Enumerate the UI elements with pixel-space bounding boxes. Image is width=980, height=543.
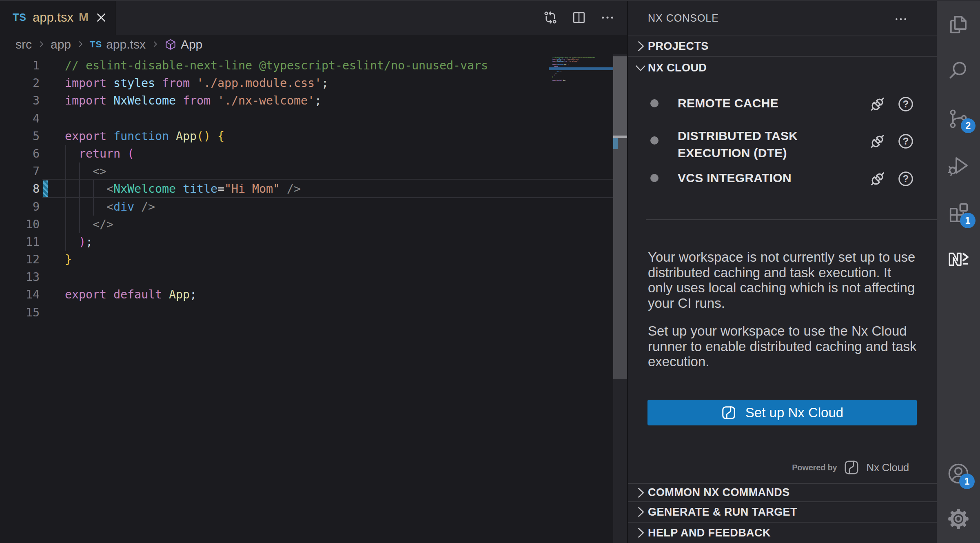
line-number: 6 bbox=[0, 145, 40, 162]
typescript-file-icon: TS bbox=[13, 11, 27, 23]
bullet-icon bbox=[650, 174, 659, 182]
chevron-right-icon bbox=[633, 485, 648, 500]
code-line: export function App() { bbox=[65, 127, 488, 145]
line-number: 10 bbox=[0, 216, 40, 233]
symbol-class-icon bbox=[164, 38, 177, 51]
overview-ruler-modified bbox=[613, 138, 618, 149]
chevron-down-icon bbox=[633, 60, 648, 75]
source-control-badge: 2 bbox=[961, 118, 976, 133]
line-number: 15 bbox=[0, 304, 40, 321]
help-icon[interactable]: ? bbox=[897, 96, 914, 114]
code-line: import NxWelcome from './nx-welcome'; bbox=[65, 92, 488, 109]
code-line: import styles from './app.module.css'; bbox=[65, 74, 488, 92]
line-number: 9 bbox=[0, 198, 40, 216]
section-generate-run-target[interactable]: GENERATE & RUN TARGET bbox=[628, 501, 938, 522]
line-number: 13 bbox=[0, 268, 40, 286]
nx-cloud-logo-icon bbox=[721, 405, 736, 421]
powered-by-nx-cloud: Powered by Nx Cloud bbox=[792, 458, 909, 477]
workspace-status-paragraph: Your workspace is not currently set up t… bbox=[648, 249, 918, 311]
chevron-right-icon bbox=[37, 38, 46, 51]
breadcrumb-app[interactable]: app bbox=[51, 38, 71, 51]
bullet-icon bbox=[650, 99, 659, 107]
breadcrumb-src[interactable]: src bbox=[16, 38, 32, 51]
section-projects[interactable]: PROJECTS bbox=[628, 36, 938, 57]
line-number: 2 bbox=[0, 74, 40, 92]
panel-more-actions-icon[interactable] bbox=[894, 12, 908, 28]
panel-header: NX CONSOLE bbox=[628, 0, 938, 36]
feature-label: VCS INTEGRATION bbox=[678, 169, 792, 187]
breadcrumb: src app TS app.tsx App bbox=[0, 35, 613, 54]
line-number: 11 bbox=[0, 233, 40, 251]
breadcrumb-app-tsx[interactable]: app.tsx bbox=[106, 38, 146, 51]
chevron-right-icon bbox=[633, 505, 648, 519]
typescript-file-icon: TS bbox=[90, 39, 102, 50]
close-tab-icon[interactable] bbox=[96, 12, 106, 23]
window-top-border bbox=[0, 0, 980, 1]
nx-cloud-logo-icon bbox=[843, 459, 860, 476]
settings-gear-icon[interactable] bbox=[937, 507, 980, 530]
feature-vcs-integration: VCS INTEGRATION ? bbox=[628, 167, 938, 189]
accounts-badge: 1 bbox=[959, 474, 975, 489]
nx-console-icon[interactable] bbox=[937, 247, 980, 271]
code-line: return ( bbox=[65, 145, 488, 162]
line-number: 3 bbox=[0, 92, 40, 109]
code-content: // eslint-disable-next-line @typescript-… bbox=[65, 57, 488, 321]
line-number: 7 bbox=[0, 162, 40, 180]
setup-nx-cloud-button[interactable]: Set up Nx Cloud bbox=[647, 400, 917, 425]
extensions-badge: 1 bbox=[960, 213, 976, 228]
svg-text:?: ? bbox=[903, 173, 909, 184]
feature-actions: ? bbox=[868, 169, 914, 190]
code-line: ); bbox=[65, 233, 488, 251]
bullet-icon bbox=[650, 136, 659, 145]
tab-app-tsx[interactable]: TS app.tsx M bbox=[0, 0, 116, 35]
code-line bbox=[65, 268, 488, 286]
editor-actions bbox=[543, 0, 615, 35]
activity-bar: 2 1 1 bbox=[937, 0, 980, 543]
minimap[interactable]: // eslint-disable-next-line @typescript-… bbox=[549, 57, 613, 343]
svg-text:?: ? bbox=[903, 136, 909, 147]
scrollbar-slider-top bbox=[613, 56, 627, 136]
svg-text:?: ? bbox=[903, 98, 909, 109]
tab-bar: TS app.tsx M bbox=[0, 0, 627, 35]
feature-label: DISTRIBUTED TASK EXECUTION (DTE) bbox=[678, 127, 798, 162]
nx-console-side-panel: NX CONSOLE PROJECTS NX CLOUD REMOTE CACH… bbox=[627, 0, 937, 543]
open-changes-icon[interactable] bbox=[543, 10, 558, 25]
line-number: 12 bbox=[0, 251, 40, 268]
line-number: 4 bbox=[0, 110, 40, 127]
panel-title: NX CONSOLE bbox=[648, 12, 719, 24]
connect-icon[interactable] bbox=[868, 169, 887, 190]
feature-remote-cache: REMOTE CACHE ? bbox=[628, 92, 938, 115]
breadcrumb-app-symbol[interactable]: App bbox=[181, 38, 202, 51]
explorer-icon[interactable] bbox=[937, 12, 980, 36]
minimap-current-line bbox=[549, 67, 613, 70]
section-help-and-feedback[interactable]: HELP AND FEEDBACK bbox=[628, 522, 938, 543]
chevron-right-icon bbox=[633, 525, 648, 540]
code-line: } bbox=[65, 251, 488, 268]
chevron-right-icon bbox=[151, 38, 160, 51]
connect-icon[interactable] bbox=[868, 94, 887, 116]
line-number: 1 bbox=[0, 57, 40, 74]
chevron-right-icon bbox=[633, 39, 648, 53]
help-icon[interactable]: ? bbox=[897, 133, 914, 151]
section-nx-cloud[interactable]: NX CLOUD bbox=[628, 58, 938, 78]
code-editor[interactable]: 123456789101112131415 // eslint-disable-… bbox=[0, 54, 627, 543]
modified-badge: M bbox=[79, 11, 89, 24]
section-common-nx-commands[interactable]: COMMON NX COMMANDS bbox=[628, 483, 938, 501]
feature-actions: ? bbox=[868, 94, 914, 116]
editor-group: TS app.tsx M bbox=[0, 0, 627, 543]
search-icon[interactable] bbox=[937, 59, 980, 82]
feature-label: REMOTE CACHE bbox=[678, 95, 778, 112]
help-icon[interactable]: ? bbox=[897, 170, 914, 189]
button-label: Set up Nx Cloud bbox=[745, 405, 843, 421]
connect-icon[interactable] bbox=[868, 131, 887, 153]
feature-label-line: DISTRIBUTED TASK bbox=[678, 127, 798, 145]
code-line: </> bbox=[65, 216, 488, 233]
code-line bbox=[65, 304, 488, 321]
tab-label: app.tsx bbox=[33, 10, 73, 25]
feature-distributed-task-execution: DISTRIBUTED TASK EXECUTION (DTE) bbox=[628, 123, 938, 164]
more-actions-icon[interactable] bbox=[600, 10, 615, 25]
split-editor-icon[interactable] bbox=[572, 10, 586, 25]
line-number: 14 bbox=[0, 286, 40, 303]
run-and-debug-icon[interactable] bbox=[937, 155, 980, 178]
editor-scrollbar[interactable] bbox=[613, 54, 627, 543]
